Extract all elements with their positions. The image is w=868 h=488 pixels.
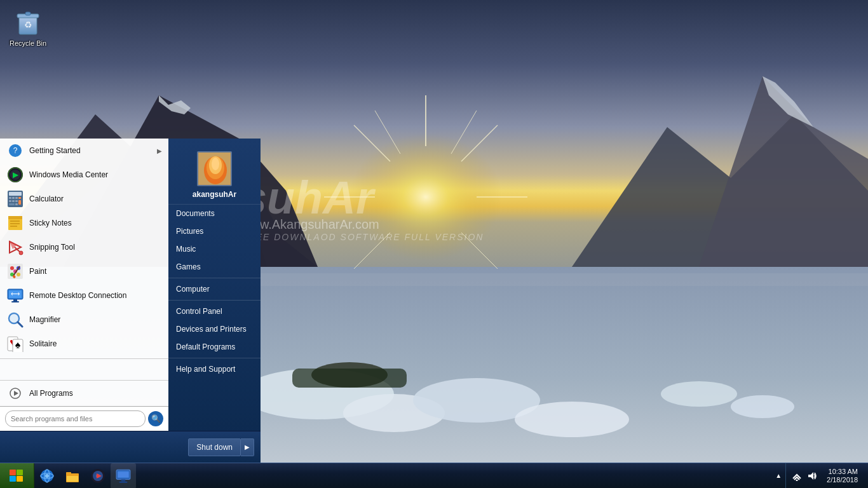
right-menu-default-programs[interactable]: Default Programs — [168, 338, 261, 356]
menu-item-paint[interactable]: Paint — [0, 259, 168, 283]
clock[interactable]: 10:33 AM 2/18/2018 — [822, 463, 863, 488]
right-menu-help-support[interactable]: Help and Support — [168, 360, 261, 378]
menu-item-magnifier[interactable]: Magnifier — [0, 308, 168, 332]
right-menu-games[interactable]: Games — [168, 258, 261, 276]
svg-marker-81 — [14, 391, 18, 396]
menu-item-sticky-notes-label: Sticky Notes — [29, 219, 162, 227]
menu-separator — [0, 358, 168, 359]
svg-rect-50 — [15, 203, 18, 205]
svg-rect-71 — [11, 301, 19, 302]
taskbar-rdp[interactable] — [111, 463, 136, 489]
right-separator-3 — [168, 358, 261, 358]
start-menu-left: ? Getting Started ▶ ▶ Windows Media Cent… — [0, 139, 168, 431]
menu-item-magnifier-label: Magnifier — [29, 315, 162, 324]
watermark-url: www.AkangsuharAr.com — [241, 217, 484, 232]
tray-show-hidden[interactable]: ▲ — [774, 471, 783, 480]
getting-started-icon: ? — [6, 142, 24, 159]
user-avatar-area: akangsuhAr — [168, 144, 261, 205]
svg-rect-41 — [9, 197, 11, 199]
username: akangsuhAr — [193, 190, 236, 199]
svg-rect-106 — [119, 481, 127, 482]
svg-rect-48 — [18, 200, 21, 205]
right-menu-music[interactable]: Music — [168, 240, 261, 258]
watermark-title: suhAr — [241, 172, 484, 224]
menu-item-solitaire-label: Solitaire — [29, 339, 162, 348]
right-menu-devices-printers[interactable]: Devices and Printers — [168, 320, 261, 338]
shutdown-arrow-button[interactable]: ▶ — [241, 438, 254, 456]
solitaire-icon: ♥ ♠ — [6, 335, 24, 353]
shutdown-button[interactable]: Shut down — [188, 438, 241, 456]
svg-point-28 — [731, 395, 794, 418]
right-menu-control-panel[interactable]: Control Panel — [168, 302, 261, 320]
recycle-bin-label: Recycle Bin — [8, 39, 48, 48]
windows-media-center-icon: ▶ — [6, 166, 24, 184]
svg-point-22 — [515, 402, 629, 437]
menu-item-calculator-label: Calculator — [29, 194, 162, 203]
svg-rect-91 — [17, 476, 23, 482]
menu-item-rdp-label: Remote Desktop Connection — [29, 291, 162, 300]
right-menu-pictures[interactable]: Pictures — [168, 222, 261, 240]
svg-rect-42 — [12, 197, 15, 199]
snipping-tool-icon — [6, 238, 24, 256]
start-button[interactable] — [0, 463, 34, 489]
right-menu-documents[interactable]: Documents — [168, 205, 261, 222]
svg-point-74 — [10, 315, 18, 322]
svg-rect-31 — [25, 12, 31, 15]
watermark-subtitle: Free downlaod software full version — [241, 232, 484, 242]
menu-item-calculator[interactable]: Calculator — [0, 187, 168, 211]
svg-rect-88 — [10, 470, 16, 475]
svg-marker-109 — [808, 472, 813, 480]
paint-icon — [6, 262, 24, 280]
search-button[interactable]: 🔍 — [148, 411, 163, 426]
clock-date: 2/18/2018 — [827, 476, 858, 484]
svg-rect-105 — [121, 479, 126, 481]
tray-network[interactable] — [790, 470, 804, 482]
svg-line-75 — [18, 322, 22, 327]
magnifier-icon — [6, 311, 24, 329]
search-input[interactable] — [5, 410, 146, 427]
menu-item-sticky-notes[interactable]: Sticky Notes — [0, 211, 168, 235]
menu-item-remote-desktop[interactable]: ⟷ Remote Desktop Connection — [0, 283, 168, 308]
svg-point-95 — [45, 474, 49, 478]
svg-rect-107 — [118, 471, 128, 477]
start-menu-top: ? Getting Started ▶ ▶ Windows Media Cent… — [0, 139, 261, 431]
svg-rect-40 — [9, 192, 22, 196]
all-programs-item[interactable]: All Programs — [0, 380, 168, 406]
tray-volume[interactable] — [805, 470, 819, 482]
svg-text:?: ? — [13, 146, 18, 155]
svg-rect-52 — [8, 216, 22, 219]
menu-item-getting-started[interactable]: ? Getting Started ▶ — [0, 139, 168, 163]
all-programs-icon — [6, 384, 24, 402]
svg-point-27 — [661, 381, 737, 407]
svg-text:▶: ▶ — [13, 170, 19, 179]
right-separator-2 — [168, 300, 261, 301]
svg-text:⟷: ⟷ — [11, 290, 20, 297]
taskbar-ie[interactable] — [34, 463, 60, 489]
svg-point-108 — [796, 479, 798, 481]
start-menu: ? Getting Started ▶ ▶ Windows Media Cent… — [0, 139, 261, 463]
taskbar-media-player[interactable] — [85, 463, 111, 489]
menu-item-solitaire[interactable]: ♥ ♠ Solitaire — [0, 332, 168, 356]
user-avatar[interactable] — [197, 151, 232, 186]
svg-point-59 — [19, 251, 23, 255]
menu-item-getting-started-label: Getting Started — [29, 146, 152, 155]
svg-rect-89 — [17, 470, 23, 475]
all-programs-label: All Programs — [29, 389, 162, 398]
svg-rect-49 — [9, 203, 15, 205]
recycle-bin[interactable]: ♻ Recycle Bin — [5, 5, 51, 50]
taskbar-explorer[interactable] — [60, 463, 85, 489]
svg-rect-98 — [67, 476, 78, 482]
svg-rect-46 — [12, 200, 15, 202]
search-area: 🔍 — [0, 406, 168, 431]
getting-started-arrow: ▶ — [157, 147, 162, 154]
remote-desktop-icon: ⟷ — [6, 287, 24, 304]
menu-item-wmc-label: Windows Media Center — [29, 170, 162, 179]
system-tray — [785, 463, 819, 488]
menu-item-snipping-tool[interactable]: Snipping Tool — [0, 235, 168, 259]
right-menu-computer[interactable]: Computer — [168, 280, 261, 298]
svg-rect-70 — [13, 299, 17, 301]
menu-item-paint-label: Paint — [29, 267, 162, 276]
menu-item-windows-media-center[interactable]: ▶ Windows Media Center — [0, 163, 168, 187]
svg-rect-43 — [15, 197, 18, 199]
start-menu-bottom: Shut down ▶ — [0, 431, 261, 463]
